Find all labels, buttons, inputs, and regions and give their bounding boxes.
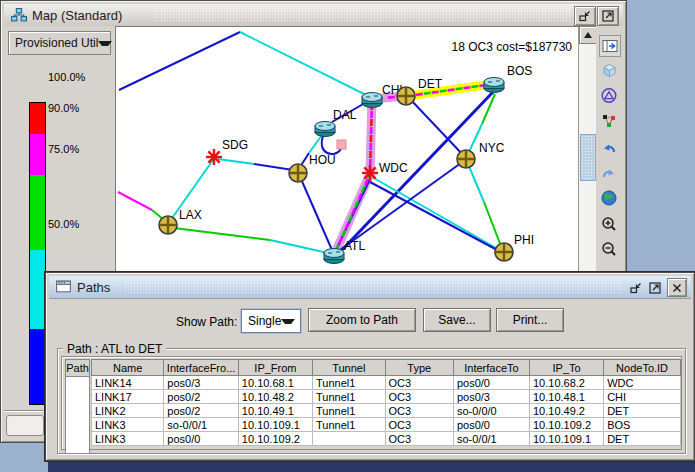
expand-panel-icon[interactable] bbox=[599, 35, 621, 57]
network-link[interactable] bbox=[309, 135, 322, 153]
print-button[interactable]: Print... bbox=[496, 308, 564, 332]
node-label: LAX bbox=[179, 208, 202, 222]
column-header[interactable]: Name bbox=[92, 360, 164, 376]
zoom-out-icon[interactable] bbox=[599, 239, 619, 259]
legend-status-box bbox=[6, 415, 44, 436]
circle-triangle-icon[interactable] bbox=[599, 85, 619, 105]
zoom-to-path-button[interactable]: Zoom to Path bbox=[308, 308, 416, 332]
legend-segment bbox=[30, 103, 45, 134]
utilization-color-scale bbox=[29, 102, 46, 405]
node-label: NYC bbox=[479, 141, 505, 155]
node-label: HOU bbox=[309, 153, 336, 167]
network-link[interactable] bbox=[118, 192, 152, 210]
restore-button[interactable] bbox=[574, 6, 596, 26]
table-cell: 10.10.109.2 bbox=[530, 418, 604, 432]
path-tables-panel: Path NameInterfaceFro...IP_FromTunnelTyp… bbox=[61, 356, 682, 450]
show-path-label: Show Path: bbox=[176, 315, 237, 329]
table-cell: 10.10.48.1 bbox=[530, 390, 604, 404]
column-header[interactable]: IP_To bbox=[530, 360, 604, 376]
node-label: BOS bbox=[507, 64, 532, 78]
table-cell: LINK14 bbox=[92, 376, 164, 390]
column-header[interactable]: InterfaceFro... bbox=[164, 360, 239, 376]
column-header[interactable]: Tunnel bbox=[313, 360, 386, 376]
network-link[interactable] bbox=[410, 99, 464, 156]
row-header-label[interactable]: Path bbox=[65, 359, 90, 377]
column-header[interactable]: NodeTo.ID bbox=[604, 360, 681, 376]
map-titlebar[interactable]: Map (Standard) bbox=[4, 4, 623, 27]
network-link[interactable] bbox=[174, 228, 270, 240]
router-node[interactable] bbox=[484, 78, 504, 87]
network-link[interactable] bbox=[484, 202, 501, 246]
table-row[interactable]: LINK3pos0/010.10.109.2OC3so-0/0/110.10.1… bbox=[92, 432, 681, 446]
network-link[interactable] bbox=[254, 164, 293, 170]
table-cell: WDC bbox=[604, 376, 681, 390]
table-cell: pos0/3 bbox=[164, 376, 239, 390]
utilization-mode-select[interactable]: Provisioned Util bbox=[8, 31, 111, 55]
show-path-select[interactable]: Single bbox=[241, 309, 301, 333]
legend-tick-label: 50.0% bbox=[48, 218, 79, 230]
table-cell: BOS bbox=[604, 418, 681, 432]
table-cell: pos0/0 bbox=[453, 418, 529, 432]
router-node[interactable] bbox=[315, 122, 335, 131]
node-label: WDC bbox=[379, 161, 408, 175]
legend-tick-label: 90.0% bbox=[48, 102, 79, 114]
table-cell: LINK3 bbox=[92, 432, 164, 446]
network-link[interactable] bbox=[218, 159, 254, 164]
path-links-table[interactable]: NameInterfaceFro...IP_FromTunnelTypeInte… bbox=[91, 359, 681, 446]
table-cell: 10.10.109.1 bbox=[530, 432, 604, 446]
globe-icon[interactable] bbox=[599, 188, 619, 208]
table-row[interactable]: LINK3so-0/0/110.10.109.1Tunnel1OC3pos0/0… bbox=[92, 418, 681, 432]
redo-icon[interactable] bbox=[599, 163, 619, 183]
node-label: DAL bbox=[333, 108, 357, 122]
close-button[interactable] bbox=[667, 278, 687, 297]
table-cell: pos0/0 bbox=[164, 432, 239, 446]
table-row[interactable]: LINK2pos0/210.10.49.1Tunnel1OC3so-0/0/01… bbox=[92, 404, 681, 418]
network-link[interactable] bbox=[301, 179, 332, 250]
links-table[interactable]: NameInterfaceFro...IP_FromTunnelTypeInte… bbox=[91, 359, 681, 446]
legend-segment bbox=[30, 175, 45, 250]
legend-segment bbox=[30, 329, 45, 404]
table-cell: pos0/2 bbox=[164, 404, 239, 418]
network-link[interactable] bbox=[270, 240, 328, 253]
minimize-button[interactable] bbox=[627, 280, 644, 295]
scrollbar-thumb[interactable] bbox=[580, 134, 596, 181]
topology-icon[interactable] bbox=[599, 111, 619, 131]
table-cell: so-0/0/0 bbox=[453, 404, 529, 418]
network-link[interactable] bbox=[240, 32, 370, 97]
table-cell: 10.10.109.2 bbox=[238, 432, 312, 446]
show-path-value: Single bbox=[242, 314, 281, 328]
save-button[interactable]: Save... bbox=[423, 308, 491, 332]
table-cell: 10.10.48.2 bbox=[238, 390, 312, 404]
maximize-button[interactable] bbox=[597, 6, 619, 26]
maximize-button[interactable] bbox=[646, 280, 663, 295]
column-header[interactable]: IP_From bbox=[238, 360, 312, 376]
table-row[interactable]: LINK14pos0/310.10.68.1Tunnel1OC3pos0/010… bbox=[92, 376, 681, 390]
window-icon bbox=[55, 279, 73, 295]
row-header-body bbox=[65, 377, 90, 454]
titlebar-texture bbox=[124, 279, 621, 295]
node-label: ATL bbox=[344, 239, 365, 253]
router-node[interactable] bbox=[362, 93, 382, 102]
network-link[interactable] bbox=[119, 32, 240, 90]
zoom-in-icon[interactable] bbox=[599, 214, 619, 234]
node-label: SDG bbox=[222, 138, 248, 152]
router-node[interactable] bbox=[324, 249, 344, 258]
paths-titlebar[interactable]: Paths bbox=[49, 276, 691, 299]
column-header[interactable]: InterfaceTo bbox=[453, 360, 529, 376]
table-cell: LINK17 bbox=[92, 390, 164, 404]
table-row[interactable]: LINK17pos0/210.10.48.2Tunnel1OC3pos0/310… bbox=[92, 390, 681, 404]
path-groupbox: Path : ATL to DET Path NameInterfaceFro.… bbox=[57, 348, 686, 454]
path-group-title: Path : ATL to DET bbox=[63, 342, 166, 356]
cube-3d-icon[interactable] bbox=[599, 60, 619, 80]
column-header[interactable]: Type bbox=[385, 360, 453, 376]
node-label: PHI bbox=[514, 233, 534, 247]
table-cell: OC3 bbox=[385, 404, 453, 418]
table-cell: 10.10.68.2 bbox=[530, 376, 604, 390]
table-cell: Tunnel1 bbox=[313, 376, 386, 390]
row-header-table: Path bbox=[65, 359, 90, 454]
table-cell: Tunnel1 bbox=[313, 390, 386, 404]
scroll-up-button[interactable] bbox=[579, 26, 597, 44]
network-link[interactable] bbox=[468, 164, 484, 202]
undo-icon[interactable] bbox=[599, 138, 619, 158]
table-cell bbox=[313, 432, 386, 446]
